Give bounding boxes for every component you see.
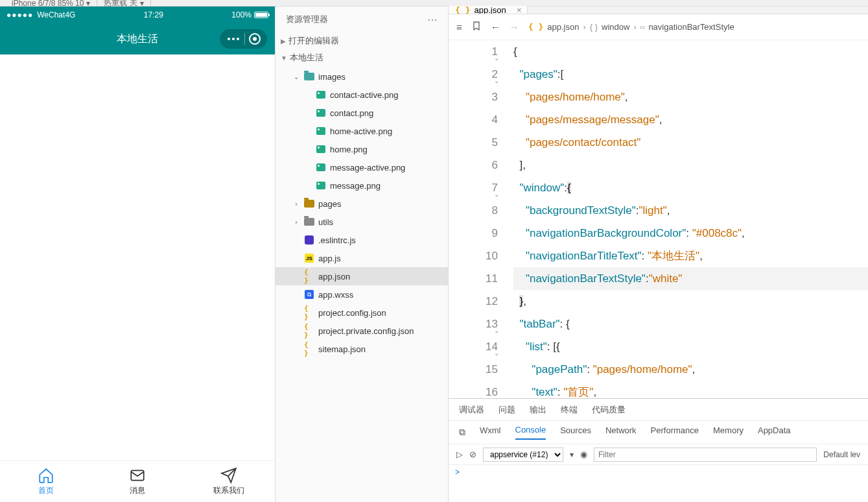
tree-item[interactable]: .eslintrc.js [276,231,448,249]
folder-icon [304,200,314,208]
svg-rect-0 [131,470,144,480]
image-icon [316,163,325,171]
filter-input[interactable] [594,448,817,462]
hotreload-toggle[interactable]: 热重载 关 ▾ [97,0,150,6]
level-select[interactable]: Default lev [823,450,860,459]
tree-item[interactable]: ›utils [276,213,448,231]
list-icon[interactable]: ≡ [456,21,462,32]
bottom-panel: 调试器问题输出终端代码质量 ⧉ WxmlConsoleSourcesNetwor… [449,398,868,502]
tree-item[interactable]: ›pages [276,195,448,213]
code-editor[interactable]: 1⌄2⌄34567⌄8910111213⌄14⌄1516 { "pages":[… [449,40,868,398]
tabbar-item[interactable]: 联系我们 [183,461,275,502]
project-section[interactable]: ▼ 本地生活 [276,49,448,66]
devtool-tab[interactable]: AppData [758,425,791,439]
inspect-icon[interactable]: ⧉ [459,427,465,438]
page-content [0,54,275,460]
more-icon[interactable]: ⋯ [427,14,438,26]
debug-tab[interactable]: 终端 [561,404,578,416]
file-name: home.png [330,145,368,154]
signal-dots-icon: ●●●●● [6,10,33,19]
chevron-right-icon: › [292,219,300,226]
file-name: pages [318,199,341,209]
tree-item[interactable]: ⧉app.wxss [276,285,448,304]
nav-title: 本地生活 [117,32,158,46]
clock: 17:29 [144,10,163,19]
debug-tabs: 调试器问题输出终端代码质量 [449,399,868,421]
file-name: contact.png [330,108,373,118]
devtool-tabs: ⧉ WxmlConsoleSourcesNetworkPerformanceMe… [449,421,868,444]
tree-item[interactable]: message-active.png [276,158,448,176]
debug-tab[interactable]: 调试器 [459,404,484,416]
tree-item[interactable]: { }app.json [276,267,448,285]
tabbar-item[interactable]: 首页 [0,461,91,502]
file-name: app.json [318,272,350,281]
file-name: message-active.png [330,163,405,173]
bookmark-icon[interactable] [471,21,482,33]
forward-arrow-icon[interactable]: → [510,21,519,32]
file-tree: ⌄imagescontact-active.pngcontact.pnghome… [276,66,448,359]
back-arrow-icon[interactable]: ← [491,21,500,32]
chevron-right-icon: ▶ [281,38,286,45]
json-icon: { } [455,6,470,14]
devtool-tab[interactable]: Console [515,425,546,440]
breadcrumb[interactable]: { } app.json › { } window › ▭ navigation… [528,22,734,32]
tree-item[interactable]: message.png [276,176,448,195]
debug-tab[interactable]: 代码质量 [592,404,626,416]
console-toolbar: ▷ ⊘ appservice (#12) ▾ ◉ Default lev [449,444,868,465]
device-selector[interactable]: iPhone 6/7/8 85% 10 ▾ [5,0,97,6]
json-icon: { } [528,22,543,32]
file-name: project.private.config.json [318,326,414,336]
devtool-tab[interactable]: Sources [560,425,591,439]
close-icon[interactable]: × [517,6,522,14]
simulator-panel: ●●●●● WeChat4G 17:29 100% 本地生活 [0,6,276,502]
close-target-icon[interactable] [249,33,261,45]
open-editors-section[interactable]: ▶ 打开的编辑器 [276,32,448,49]
tree-item[interactable]: contact.png [276,104,448,122]
tree-item[interactable]: { }sitemap.json [276,340,448,358]
debug-tab[interactable]: 问题 [499,404,515,416]
chevron-down-icon: ▼ [281,54,287,62]
file-name: images [318,72,346,82]
devtool-tab[interactable]: Memory [713,425,744,439]
tree-item[interactable]: { }project.config.json [276,304,448,322]
file-name: contact-active.png [330,90,399,100]
css-icon: ⧉ [305,290,314,299]
editor-tab-appjson[interactable]: { } app.json × [449,6,528,14]
debug-tab[interactable]: 输出 [530,404,546,416]
tabbar-label: 首页 [38,485,54,496]
battery-icon [254,12,268,18]
chevron-right-icon: › [292,200,300,208]
json-icon: { } [304,307,314,318]
app-topbar: iPhone 6/7/8 85% 10 ▾ 热重载 关 ▾ [0,0,868,6]
clear-icon[interactable]: ⊘ [469,449,476,459]
phone-statusbar: ●●●●● WeChat4G 17:29 100% [0,6,275,23]
eye-icon[interactable]: ◉ [580,449,587,459]
tree-item[interactable]: JSapp.js [276,249,448,267]
json-icon: { } [304,271,314,281]
tree-item[interactable]: contact-active.png [276,86,448,104]
tree-item[interactable]: ⌄images [276,67,448,86]
devtool-tab[interactable]: Network [605,425,637,439]
tree-item[interactable]: home.png [276,140,448,158]
tabbar-label: 联系我们 [213,485,244,496]
play-icon[interactable]: ▷ [456,449,463,459]
editor-toolbar: ≡ ← → { } app.json › { } window › ▭ navi… [449,14,868,40]
chevron-down-icon: ⌄ [292,73,300,80]
devtool-tab[interactable]: Wxml [480,425,501,439]
file-name: utils [318,217,333,227]
image-icon [316,145,325,153]
menu-dots-icon[interactable] [224,38,243,40]
phone-navbar: 本地生活 [0,23,275,54]
capsule-button[interactable] [220,29,267,49]
file-name: project.config.json [318,308,386,318]
tree-item[interactable]: home-active.png [276,122,448,140]
devtool-tab[interactable]: Performance [651,425,699,439]
tabbar-item[interactable]: 消息 [91,461,183,502]
folder-icon [304,73,314,80]
context-select[interactable]: appservice (#12) [483,448,563,462]
image-icon [316,109,325,117]
console-body[interactable]: > [449,465,868,502]
image-icon [316,127,325,135]
phone-tabbar: 首页消息联系我们 [0,460,275,502]
tree-item[interactable]: { }project.private.config.json [276,322,448,340]
